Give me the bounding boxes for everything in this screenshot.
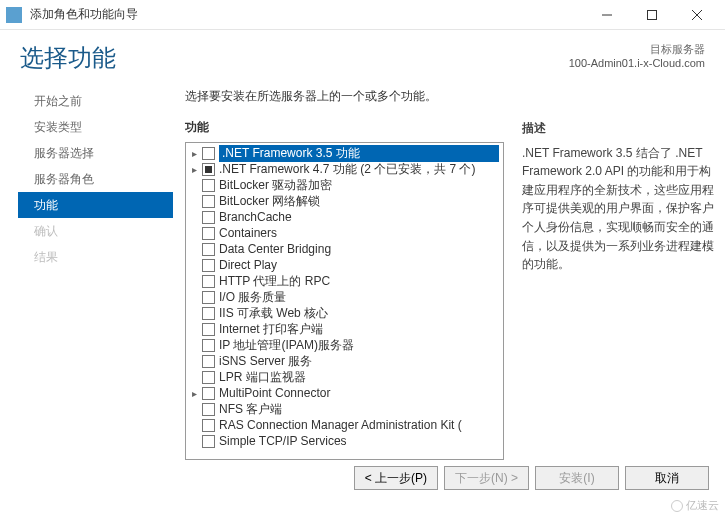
content: 开始之前安装类型服务器选择服务器角色功能确认结果 选择要安装在所选服务器上的一个…: [0, 82, 725, 460]
feature-label: Internet 打印客户端: [219, 321, 499, 338]
feature-row[interactable]: IIS 可承载 Web 核心: [186, 305, 503, 321]
expand-icon[interactable]: ▸: [188, 163, 200, 175]
feature-label: BitLocker 驱动器加密: [219, 177, 499, 194]
footer: < 上一步(P) 下一步(N) > 安装(I) 取消: [0, 460, 725, 496]
cancel-button[interactable]: 取消: [625, 466, 709, 490]
expand-icon: [188, 307, 200, 319]
expand-icon: [188, 291, 200, 303]
target-info: 目标服务器 100-Admin01.i-x-Cloud.com: [569, 42, 705, 69]
feature-label: IP 地址管理(IPAM)服务器: [219, 337, 499, 354]
expand-icon: [188, 211, 200, 223]
sidebar-item[interactable]: 开始之前: [18, 88, 173, 114]
expand-icon: [188, 355, 200, 367]
feature-checkbox[interactable]: [202, 371, 215, 384]
expand-icon[interactable]: ▸: [188, 387, 200, 399]
feature-checkbox[interactable]: [202, 243, 215, 256]
feature-label: Containers: [219, 226, 499, 240]
next-button[interactable]: 下一步(N) >: [444, 466, 529, 490]
sidebar-item: 结果: [18, 244, 173, 270]
feature-label: BitLocker 网络解锁: [219, 193, 499, 210]
feature-row[interactable]: I/O 服务质量: [186, 289, 503, 305]
feature-label: Data Center Bridging: [219, 242, 499, 256]
minimize-button[interactable]: [584, 0, 629, 29]
feature-checkbox[interactable]: [202, 291, 215, 304]
close-button[interactable]: [674, 0, 719, 29]
expand-icon: [188, 323, 200, 335]
feature-checkbox[interactable]: [202, 435, 215, 448]
expand-icon: [188, 227, 200, 239]
main: 选择要安装在所选服务器上的一个或多个功能。 功能 ▸.NET Framework…: [173, 82, 717, 460]
features-column: 功能 ▸.NET Framework 3.5 功能▸.NET Framework…: [185, 119, 504, 460]
expand-icon: [188, 339, 200, 351]
feature-row[interactable]: NFS 客户端: [186, 401, 503, 417]
feature-checkbox[interactable]: [202, 387, 215, 400]
watermark: 亿速云: [671, 498, 719, 513]
sidebar-item[interactable]: 服务器选择: [18, 140, 173, 166]
expand-icon: [188, 259, 200, 271]
sidebar-item[interactable]: 服务器角色: [18, 166, 173, 192]
feature-label: RAS Connection Manager Administration Ki…: [219, 418, 499, 432]
feature-checkbox[interactable]: [202, 259, 215, 272]
feature-checkbox[interactable]: [202, 163, 215, 176]
feature-checkbox[interactable]: [202, 403, 215, 416]
features-label: 功能: [185, 119, 504, 136]
feature-row[interactable]: Containers: [186, 225, 503, 241]
feature-checkbox[interactable]: [202, 227, 215, 240]
feature-row[interactable]: ▸.NET Framework 3.5 功能: [186, 145, 503, 161]
columns: 功能 ▸.NET Framework 3.5 功能▸.NET Framework…: [185, 119, 717, 460]
feature-row[interactable]: HTTP 代理上的 RPC: [186, 273, 503, 289]
feature-row[interactable]: BranchCache: [186, 209, 503, 225]
sidebar-item[interactable]: 功能: [18, 192, 173, 218]
feature-checkbox[interactable]: [202, 179, 215, 192]
description-text: .NET Framework 3.5 结合了 .NET Framework 2.…: [522, 144, 717, 274]
sidebar-item: 确认: [18, 218, 173, 244]
feature-row[interactable]: ▸.NET Framework 4.7 功能 (2 个已安装，共 7 个): [186, 161, 503, 177]
maximize-button[interactable]: [629, 0, 674, 29]
description-column: 描述 .NET Framework 3.5 结合了 .NET Framework…: [522, 119, 717, 460]
feature-row[interactable]: iSNS Server 服务: [186, 353, 503, 369]
feature-row[interactable]: ▸MultiPoint Connector: [186, 385, 503, 401]
feature-row[interactable]: RAS Connection Manager Administration Ki…: [186, 417, 503, 433]
expand-icon: [188, 435, 200, 447]
expand-icon: [188, 419, 200, 431]
feature-checkbox[interactable]: [202, 355, 215, 368]
feature-row[interactable]: Data Center Bridging: [186, 241, 503, 257]
feature-checkbox[interactable]: [202, 339, 215, 352]
feature-label: BranchCache: [219, 210, 499, 224]
feature-label: MultiPoint Connector: [219, 386, 499, 400]
feature-row[interactable]: BitLocker 驱动器加密: [186, 177, 503, 193]
feature-row[interactable]: Direct Play: [186, 257, 503, 273]
sidebar-item[interactable]: 安装类型: [18, 114, 173, 140]
feature-checkbox[interactable]: [202, 323, 215, 336]
feature-label: NFS 客户端: [219, 401, 499, 418]
page-title: 选择功能: [20, 42, 569, 74]
feature-checkbox[interactable]: [202, 275, 215, 288]
watermark-icon: [671, 500, 683, 512]
expand-icon: [188, 275, 200, 287]
expand-icon: [188, 179, 200, 191]
svg-rect-1: [647, 10, 656, 19]
feature-checkbox[interactable]: [202, 195, 215, 208]
feature-checkbox[interactable]: [202, 147, 215, 160]
feature-label: .NET Framework 4.7 功能 (2 个已安装，共 7 个): [219, 161, 499, 178]
feature-label: HTTP 代理上的 RPC: [219, 273, 499, 290]
expand-icon: [188, 403, 200, 415]
feature-row[interactable]: BitLocker 网络解锁: [186, 193, 503, 209]
feature-row[interactable]: IP 地址管理(IPAM)服务器: [186, 337, 503, 353]
features-tree[interactable]: ▸.NET Framework 3.5 功能▸.NET Framework 4.…: [185, 142, 504, 460]
watermark-text: 亿速云: [686, 498, 719, 513]
feature-label: Direct Play: [219, 258, 499, 272]
expand-icon: [188, 243, 200, 255]
feature-row[interactable]: Simple TCP/IP Services: [186, 433, 503, 449]
install-button[interactable]: 安装(I): [535, 466, 619, 490]
target-server: 100-Admin01.i-x-Cloud.com: [569, 57, 705, 69]
feature-label: I/O 服务质量: [219, 289, 499, 306]
app-icon: [6, 7, 22, 23]
feature-row[interactable]: Internet 打印客户端: [186, 321, 503, 337]
feature-row[interactable]: LPR 端口监视器: [186, 369, 503, 385]
feature-checkbox[interactable]: [202, 211, 215, 224]
prev-button[interactable]: < 上一步(P): [354, 466, 438, 490]
feature-checkbox[interactable]: [202, 419, 215, 432]
expand-icon[interactable]: ▸: [188, 147, 200, 159]
feature-checkbox[interactable]: [202, 307, 215, 320]
